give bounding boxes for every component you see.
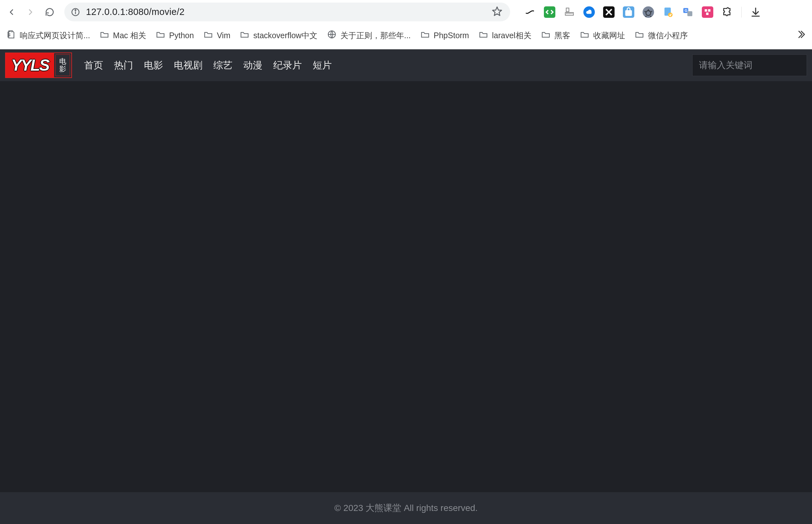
bookmark-label: stackoverflow中文 [253,30,317,41]
bookmark-label: 关于正则，那些年... [340,30,411,41]
bookmark-label: PhpStorm [434,31,469,40]
folder-icon [100,30,109,41]
bookmark-item[interactable]: Python [156,30,194,41]
browser-chrome: 127.0.0.1:8080/movie/2 [0,0,812,49]
bookmark-item[interactable]: 响应式网页设计简... [6,30,90,41]
extension-icon-cloud[interactable] [583,6,595,18]
bookmark-label: 黑客 [554,30,570,41]
extensions-menu-icon[interactable] [721,6,733,18]
site-header: YYLS 电 影 首页 热门 电影 电视剧 综艺 动漫 纪录片 短片 [0,49,812,81]
bookmarks-overflow-button[interactable] [796,30,806,41]
site-info-icon[interactable] [71,7,80,17]
main-content-empty [0,81,812,492]
bookmark-label: 收藏网址 [593,30,625,41]
svg-point-9 [646,11,651,15]
folder-icon [420,30,430,41]
nav-anime[interactable]: 动漫 [243,59,262,72]
nav-variety[interactable]: 综艺 [213,59,232,72]
toolbar-divider [741,7,742,17]
bookmark-label: 响应式网页设计简... [20,30,90,41]
svg-rect-8 [626,10,632,16]
downloads-icon[interactable] [750,6,761,18]
nav-movie[interactable]: 电影 [144,59,163,72]
bookmark-item[interactable]: 黑客 [541,30,570,41]
bookmark-item[interactable]: Vim [204,30,230,41]
svg-rect-5 [566,8,569,12]
bookmark-item[interactable]: 关于正则，那些年... [327,30,411,41]
bookmark-item[interactable]: Mac 相关 [100,30,146,41]
extension-icon-filesync[interactable] [662,6,674,18]
extension-icon-ruler[interactable] [564,6,575,18]
svg-text:G: G [685,8,687,12]
logo-side-text: 电 影 [55,54,70,76]
svg-point-2 [75,10,76,11]
extension-icons: G [524,6,761,18]
page-icon [6,30,16,41]
site-nav: 首页 热门 电影 电视剧 综艺 动漫 纪录片 短片 [84,59,332,72]
bookmark-label: Python [169,31,194,40]
logo-main-text: YYLS [6,53,54,77]
folder-icon [204,30,213,41]
folder-icon [478,30,488,41]
bookmark-label: Vim [217,31,230,40]
folder-icon [156,30,165,41]
folder-icon [580,30,589,41]
bookmark-label: Mac 相关 [113,30,146,41]
search-input[interactable] [699,60,812,70]
globe-icon [327,30,337,41]
browser-toolbar: 127.0.0.1:8080/movie/2 [0,0,812,24]
svg-rect-13 [687,11,693,16]
extension-icon-pixel[interactable] [702,6,713,18]
folder-icon [240,30,249,41]
logo-side-char: 影 [59,65,66,73]
star-icon[interactable] [492,6,503,18]
extension-icon-jiandao[interactable] [524,6,536,18]
bookmark-item[interactable]: stackoverflow中文 [240,30,317,41]
address-bar[interactable]: 127.0.0.1:8080/movie/2 [64,2,510,21]
nav-documentary[interactable]: 纪录片 [273,59,302,72]
svg-rect-17 [706,12,709,15]
site-footer: © 2023 大熊课堂 All rights reserved. [0,492,812,524]
logo-side-char: 电 [59,58,66,65]
forward-button[interactable] [23,4,38,20]
bookmark-item[interactable]: laravel相关 [478,30,532,41]
nav-home[interactable]: 首页 [84,59,103,72]
svg-rect-15 [705,9,707,12]
url-text[interactable]: 127.0.0.1:8080/movie/2 [86,7,486,17]
folder-icon [541,30,551,41]
bookmark-label: 微信小程序 [648,30,688,41]
extension-icon-x[interactable] [603,6,615,18]
bookmarks-bar: 响应式网页设计简... Mac 相关 Python Vim stackoverf… [0,24,812,47]
site-logo[interactable]: YYLS 电 影 [5,52,72,78]
extension-icon-translate[interactable]: G [682,6,694,18]
footer-text: © 2023 大熊课堂 All rights reserved. [334,502,478,514]
svg-rect-16 [708,9,711,12]
bookmark-item[interactable]: 微信小程序 [635,30,688,41]
bookmark-label: laravel相关 [492,30,532,41]
reload-button[interactable] [42,4,57,20]
extension-icon-adblock[interactable] [643,6,654,18]
back-button[interactable] [4,4,19,20]
extension-icon-devtools[interactable] [544,6,555,18]
nav-short[interactable]: 短片 [313,59,332,72]
svg-marker-3 [493,7,502,15]
bookmark-item[interactable]: PhpStorm [420,30,469,41]
search-box[interactable] [692,54,807,76]
nav-hot[interactable]: 热门 [114,59,133,72]
extension-icon-shop[interactable] [623,6,634,18]
nav-tv[interactable]: 电视剧 [174,59,202,72]
folder-icon [635,30,644,41]
bookmark-item[interactable]: 收藏网址 [580,30,625,41]
page-content: YYLS 电 影 首页 热门 电影 电视剧 综艺 动漫 纪录片 短片 © 202… [0,49,812,524]
